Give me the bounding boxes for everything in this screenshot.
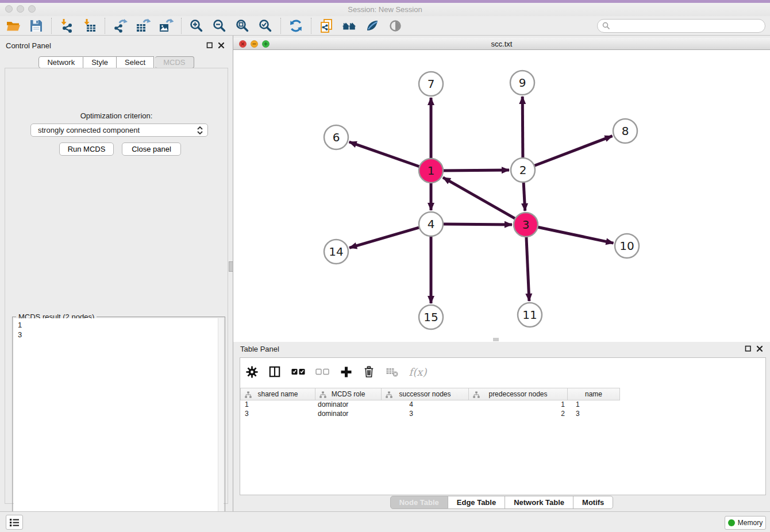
export-network-icon[interactable] [113,18,128,33]
edge-3-to-1[interactable] [443,178,515,219]
edge-3-to-10[interactable] [538,227,614,243]
zoom-out-icon[interactable] [212,18,227,33]
add-column-plus-icon[interactable] [339,365,353,379]
import-network-icon[interactable] [59,18,74,33]
float-table-panel-icon[interactable] [745,345,752,352]
table-cell[interactable]: dominator [315,410,382,419]
graph-node-11[interactable]: 11 [518,303,542,327]
close-panel-button[interactable]: Close panel [122,142,181,156]
table-cell[interactable]: dominator [315,400,382,410]
toolbar-search [597,19,765,33]
delete-column-trash-icon[interactable] [362,365,376,379]
table-cell[interactable]: 4 [382,400,469,410]
run-mcds-button[interactable]: Run MCDS [59,142,114,156]
refresh-view-icon[interactable] [288,18,303,33]
table-cell[interactable]: 1 [568,400,620,410]
table-panel: Table Panel [233,342,770,511]
home-layout-icon[interactable] [342,18,357,33]
node-table-rows: 1dominator4113dominator323 [240,400,765,419]
table-settings-gear-icon[interactable] [245,365,259,379]
function-builder-icon[interactable]: f(x) [408,365,428,379]
edge-2-to-3[interactable] [523,182,525,211]
tab-node-table[interactable]: Node Table [390,496,448,509]
edge-2-to-8[interactable] [534,136,613,166]
table-cell[interactable]: 3 [382,410,469,419]
hierarchy-icon [386,391,392,398]
open-session-icon[interactable] [6,18,21,33]
graph-node-9[interactable]: 9 [510,71,534,95]
graph-node-3[interactable]: 3 [514,213,538,237]
float-panel-icon[interactable] [206,42,213,49]
search-input[interactable] [613,22,765,30]
graph-node-15[interactable]: 15 [419,305,443,329]
tab-motifs[interactable]: Motifs [573,496,613,509]
zoom-fit-icon[interactable] [235,18,250,33]
column-header-predecessor-nodes[interactable]: predecessor nodes [469,388,568,400]
network-canvas[interactable]: 7968124314101511 [233,50,770,342]
edge-2-to-9[interactable] [522,97,523,158]
tab-network-table[interactable]: Network Table [505,496,573,509]
column-header-name[interactable]: name [568,388,620,400]
delete-table-icon[interactable] [385,365,399,379]
svg-text:8: 8 [622,124,629,138]
column-header-mcds-role[interactable]: MCDS role [315,388,382,400]
style-toggle-icon[interactable] [365,18,380,33]
graph-node-2[interactable]: 2 [511,158,535,182]
edge-4-to-14[interactable] [349,228,419,248]
status-bar: Memory [0,511,770,532]
table-cell[interactable]: 1 [469,400,568,410]
import-table-icon[interactable] [82,18,97,33]
table-row[interactable]: 3dominator323 [240,410,765,419]
edge-1-to-6[interactable] [349,142,420,167]
tab-mcds[interactable]: MCDS [155,56,194,68]
column-label: shared name [257,390,298,398]
svg-text:10: 10 [619,239,634,253]
table-cell[interactable]: 2 [469,410,568,419]
graph-node-7[interactable]: 7 [419,72,443,96]
memory-button[interactable]: Memory [725,516,766,530]
graph-node-10[interactable]: 10 [615,234,639,258]
close-table-panel-icon[interactable] [756,345,763,352]
search-icon [602,22,610,30]
tab-style[interactable]: Style [83,56,117,68]
tab-select[interactable]: Select [117,56,154,68]
panel-splitter-handle[interactable] [229,261,233,272]
optimization-criterion-label: Optimization criterion: [5,111,228,120]
column-layout-icon[interactable] [268,365,282,379]
export-table-icon[interactable] [136,18,151,33]
table-cell[interactable]: 3 [568,410,620,419]
result-scrollbar[interactable] [218,318,224,531]
graph-node-1[interactable]: 1 [419,159,443,183]
export-image-icon[interactable] [159,18,174,33]
table-cell[interactable]: 3 [240,410,315,419]
column-header-successor-nodes[interactable]: successor nodes [382,388,469,400]
column-header-shared-name[interactable]: shared name [240,388,315,400]
save-session-icon[interactable] [29,18,44,33]
toolbar-separator [280,18,281,34]
graph-node-14[interactable]: 14 [324,240,348,264]
table-cell[interactable]: 1 [240,400,315,410]
edge-1-to-2[interactable] [443,170,509,171]
edge-4-to-3[interactable] [443,224,512,225]
eye-toggle-icon[interactable] [388,18,403,33]
zoom-in-icon[interactable] [189,18,204,33]
task-history-button[interactable] [6,515,23,530]
deselect-checkboxes-icon[interactable] [315,365,330,379]
select-all-checkboxes-icon[interactable] [291,365,306,379]
zoom-selected-icon[interactable] [258,18,273,33]
edge-3-to-11[interactable] [526,237,529,301]
toolbar-separator [51,18,52,34]
canvas-scrollbar-thumb[interactable] [493,338,499,341]
close-panel-icon[interactable] [218,42,225,49]
control-panel-tabs: NetworkStyleSelectMCDS [0,56,233,68]
duplicate-network-icon[interactable] [319,18,334,33]
column-label: MCDS role [332,390,365,398]
table-row[interactable]: 1dominator411 [240,400,765,410]
tab-network[interactable]: Network [38,56,83,68]
criterion-dropdown[interactable]: strongly connected component [30,124,208,137]
tab-edge-table[interactable]: Edge Table [448,496,505,509]
graph-node-4[interactable]: 4 [419,212,443,236]
graph-node-6[interactable]: 6 [324,125,348,149]
graph-node-8[interactable]: 8 [613,119,637,143]
mcds-result-list: 13 [14,318,218,531]
